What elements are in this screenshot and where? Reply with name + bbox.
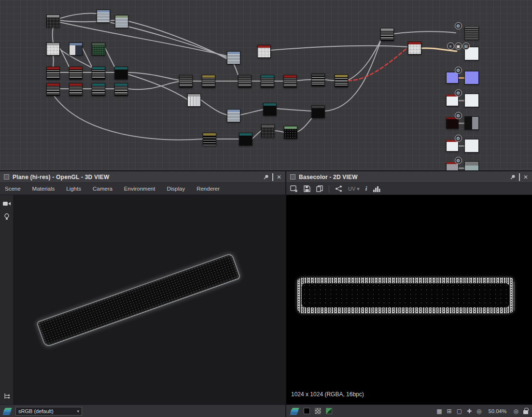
viewport-2d[interactable]: 1024 x 1024 (RGBA, 16bpc): [286, 195, 532, 404]
maximize-icon[interactable]: [272, 174, 273, 180]
wire[interactable]: [60, 48, 69, 67]
graph-node[interactable]: [46, 42, 60, 56]
zoom-level[interactable]: 50.04%: [487, 408, 509, 414]
gear-icon[interactable]: ⚙: [455, 22, 462, 29]
output-node-group[interactable]: ⚙: [437, 157, 479, 171]
graph-node[interactable]: [69, 67, 83, 80]
menu-lights[interactable]: Lights: [66, 186, 81, 192]
wire[interactable]: [348, 37, 382, 80]
menu-environment[interactable]: Environment: [124, 186, 155, 192]
output-node[interactable]: [464, 161, 479, 171]
node-badge-icon[interactable]: ▣: [455, 42, 462, 50]
graph-node[interactable]: [311, 73, 325, 86]
graph-node[interactable]: [69, 42, 83, 56]
wire[interactable]: [297, 80, 311, 81]
close-icon[interactable]: ✕: [523, 174, 528, 180]
node-badge-icon[interactable]: ≡: [447, 42, 454, 50]
menu-renderer[interactable]: Renderer: [196, 186, 220, 192]
layers-icon[interactable]: [290, 408, 299, 415]
graph-node[interactable]: [92, 67, 105, 80]
menu-materials[interactable]: Materials: [32, 186, 55, 192]
graph-node[interactable]: [257, 45, 271, 58]
graph-node[interactable]: [46, 67, 60, 80]
wire[interactable]: [60, 22, 227, 56]
graph-node[interactable]: [227, 109, 240, 122]
graph-node[interactable]: [92, 42, 105, 56]
graph-node[interactable]: [311, 105, 325, 118]
backdrop-toggle-icon[interactable]: ▢: [457, 408, 462, 414]
wire[interactable]: [275, 131, 284, 132]
graph-node[interactable]: [239, 133, 252, 146]
graph-node[interactable]: [263, 103, 277, 116]
graph-node[interactable]: [238, 75, 252, 88]
graph-node[interactable]: [179, 75, 193, 88]
pin-icon[interactable]: [510, 174, 516, 180]
wire[interactable]: [53, 27, 54, 42]
save-icon[interactable]: [304, 185, 310, 192]
wire[interactable]: [60, 13, 97, 18]
camera-icon[interactable]: [2, 201, 11, 207]
tiling-toggle-icon[interactable]: ⊞: [447, 408, 452, 414]
output-node-group[interactable]: ⚙: [437, 112, 479, 130]
background-checker-swatch[interactable]: [315, 408, 321, 414]
graph-node[interactable]: [46, 83, 60, 96]
wire[interactable]: [277, 109, 311, 111]
wire[interactable]: [325, 39, 381, 111]
wire[interactable]: [234, 64, 238, 75]
graph-node[interactable]: [202, 75, 215, 88]
gear-icon[interactable]: ⚙: [455, 67, 462, 74]
wire[interactable]: [271, 46, 407, 50]
wire[interactable]: [53, 95, 203, 140]
graph-node[interactable]: [408, 42, 421, 55]
menu-display[interactable]: Display: [167, 186, 185, 192]
link-node-icon[interactable]: [335, 185, 342, 192]
gear-icon[interactable]: ⚙: [455, 112, 462, 119]
output-node-group[interactable]: ⚙: [437, 135, 479, 153]
node-badge-icon[interactable]: ⊞: [462, 42, 470, 50]
wire-error-dashed[interactable]: [348, 48, 407, 81]
node-graph-canvas[interactable]: ⚙≡▣⊞⚙⚙⚙⚙⚙: [0, 0, 532, 171]
gear-icon[interactable]: ⚙: [455, 89, 462, 97]
graph-node[interactable]: [114, 83, 128, 96]
output-node-group[interactable]: ⚙: [437, 22, 479, 40]
output-node[interactable]: [464, 116, 479, 130]
graph-node[interactable]: [335, 74, 348, 87]
wire[interactable]: [252, 131, 261, 139]
background-black-swatch[interactable]: [304, 408, 310, 414]
close-icon[interactable]: ✕: [277, 174, 281, 180]
menu-camera[interactable]: Camera: [93, 186, 112, 192]
copy-icon[interactable]: [316, 185, 323, 192]
scene-tree-icon[interactable]: [3, 393, 10, 400]
wire[interactable]: [105, 48, 114, 67]
graph-node[interactable]: [203, 133, 216, 146]
graph-node[interactable]: [261, 125, 275, 138]
graph-node[interactable]: [187, 94, 201, 107]
export-image-icon[interactable]: [290, 185, 298, 192]
lock-icon[interactable]: [523, 410, 528, 414]
viewport-3d[interactable]: [14, 195, 285, 404]
output-node[interactable]: [464, 27, 479, 40]
output-node-group[interactable]: ⚙: [437, 67, 479, 84]
graph-node[interactable]: [227, 51, 240, 64]
pin-icon[interactable]: [263, 174, 269, 180]
wire[interactable]: [53, 55, 54, 67]
wire[interactable]: [325, 80, 335, 81]
gear-icon[interactable]: ⚙: [455, 135, 462, 142]
output-node[interactable]: [464, 71, 479, 84]
pan-tool-icon[interactable]: ✚: [467, 408, 472, 414]
graph-node[interactable]: [46, 14, 60, 28]
output-node-group[interactable]: ⚙: [437, 89, 479, 107]
graph-node[interactable]: [92, 83, 105, 96]
wire[interactable]: [201, 100, 227, 115]
channel-preview-swatch[interactable]: [326, 408, 332, 414]
graph-node[interactable]: [97, 10, 110, 23]
graph-node[interactable]: [114, 67, 128, 80]
uv-mode-dropdown[interactable]: UV ▾: [348, 186, 360, 192]
graph-node[interactable]: [284, 126, 297, 139]
gear-icon[interactable]: ⚙: [455, 157, 462, 164]
layers-icon[interactable]: [3, 408, 12, 415]
wire[interactable]: [297, 117, 313, 132]
info-icon[interactable]: i: [365, 185, 367, 193]
graph-node[interactable]: [115, 15, 128, 28]
colorspace-select[interactable]: sRGB (default) ▾: [15, 407, 82, 416]
